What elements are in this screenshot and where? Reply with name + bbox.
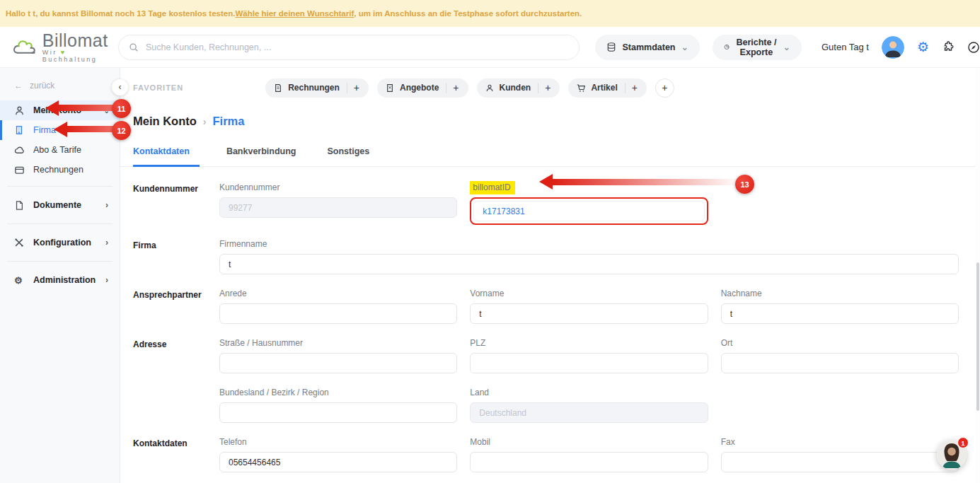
back-arrow-icon: ←	[14, 81, 23, 91]
sidebar-item-label: Rechnungen	[33, 165, 83, 175]
sidebar-collapse-button[interactable]: ‹	[112, 79, 128, 95]
greeting-text: Guten Tag t	[822, 42, 869, 52]
sidebar-item-mein-konto[interactable]: Mein Konto ⌄	[0, 100, 120, 120]
firmenname-input[interactable]	[219, 254, 959, 274]
main-content: FAVORITEN Rechnungen + Angebote + Kunden…	[120, 68, 980, 483]
sidebar-item-abo-tarife[interactable]: Abo & Tarife	[0, 140, 120, 160]
field-label-anrede: Anrede	[219, 289, 457, 298]
person-icon	[485, 83, 495, 93]
form-row-kundennummer: Kundennummer Kundennummer billomatID	[133, 182, 959, 225]
favorite-rechnungen-button[interactable]: Rechnungen +	[265, 78, 369, 98]
field-label-ort: Ort	[721, 338, 959, 348]
favorite-label: Angebote	[400, 83, 439, 93]
field-label-fax: Fax	[721, 437, 959, 447]
sidebar-item-administration[interactable]: ⚙ Administration ›	[0, 268, 120, 292]
tab-kontaktdaten[interactable]: Kontaktdaten	[133, 146, 200, 167]
telefon-input[interactable]	[219, 452, 457, 472]
favorite-label: Kunden	[500, 83, 531, 93]
section-label: Adresse	[133, 338, 219, 373]
tab-bar: Kontaktdaten Bankverbindung Sonstiges	[120, 146, 980, 167]
search-icon	[129, 42, 139, 52]
form-row-bundesland-land: Bundesland / Bezirk / Region Land	[133, 388, 959, 423]
add-favorite-plus[interactable]: +	[347, 82, 366, 93]
field-label-mobil: Mobil	[470, 437, 708, 447]
sidebar-divider	[7, 261, 113, 262]
favorite-label: Artikel	[591, 83, 617, 93]
add-favorite-plus[interactable]: +	[446, 82, 465, 93]
bundesland-input[interactable]	[219, 402, 457, 423]
berichte-exporte-button[interactable]: Berichte / Exporte ⌄	[713, 35, 802, 60]
cart-icon	[577, 83, 586, 93]
chevron-right-icon: ›	[105, 275, 108, 285]
billomat-id-highlight: billomatID	[470, 181, 514, 194]
billomat-logo[interactable]: Billomat Wir ♥ Buchhaltung	[13, 32, 113, 63]
scrollbar-track[interactable]	[976, 68, 980, 483]
field-label-vorname: Vorname	[470, 289, 708, 298]
favorite-kunden-button[interactable]: Kunden +	[477, 78, 560, 98]
favorite-angebote-button[interactable]: Angebote +	[377, 78, 468, 98]
billomat-id-input[interactable]	[473, 201, 704, 221]
building-icon	[14, 125, 25, 136]
favorite-artikel-button[interactable]: Artikel +	[568, 78, 647, 98]
section-label: Kundennummer	[133, 182, 219, 225]
company-form: Kundennummer Kundennummer billomatID Fir…	[120, 167, 980, 483]
chevron-right-icon: ›	[105, 238, 108, 248]
person-icon	[14, 105, 25, 116]
settings-gear-icon[interactable]: ⚙	[917, 40, 929, 54]
field-label-plz: PLZ	[470, 338, 708, 348]
scrollbar-thumb[interactable]	[976, 262, 979, 411]
breadcrumb: Mein Konto › Firma	[120, 115, 980, 128]
tab-sonstiges[interactable]: Sonstiges	[328, 146, 374, 167]
favorites-title: FAVORITEN	[133, 83, 183, 92]
stammdaten-button[interactable]: Stammdaten ⌄	[595, 35, 700, 60]
nachname-input[interactable]	[721, 303, 959, 324]
fax-input[interactable]	[721, 452, 959, 472]
add-new-favorite-button[interactable]: +	[655, 78, 674, 98]
strasse-input[interactable]	[219, 353, 457, 373]
field-label-firmenname: Firmenname	[219, 239, 959, 249]
search-input[interactable]	[146, 42, 570, 52]
form-row-ansprechpartner: Ansprechpartner Anrede Vorname Nachname	[133, 289, 959, 324]
mobil-input[interactable]	[470, 452, 708, 472]
sidebar-item-label: Abo & Tarife	[33, 145, 81, 155]
breadcrumb-separator: ›	[203, 116, 207, 127]
apps-puzzle-icon[interactable]	[942, 41, 955, 54]
sidebar-item-label: Administration	[33, 275, 96, 285]
document-icon	[14, 200, 25, 211]
section-label: Kontaktdaten	[133, 437, 219, 472]
sidebar-back-link[interactable]: ← zurück	[0, 81, 120, 91]
chevron-down-icon: ⌄	[104, 107, 110, 115]
trial-tariff-link[interactable]: Wähle hier deinen Wunschtarif	[235, 9, 354, 18]
logo-tagline: Wir ♥ Buchhaltung	[42, 49, 113, 63]
field-label-strasse: Straße / Hausnummer	[219, 338, 457, 348]
breadcrumb-mein-konto[interactable]: Mein Konto	[133, 115, 197, 128]
chat-widget-button[interactable]: 1	[937, 440, 967, 470]
field-label-kundennummer: Kundennummer	[219, 182, 457, 192]
anrede-input[interactable]	[219, 303, 457, 324]
tools-icon	[14, 238, 25, 248]
vorname-input[interactable]	[470, 303, 708, 324]
add-favorite-plus[interactable]: +	[538, 82, 557, 93]
kundennummer-input	[219, 197, 457, 218]
plz-input[interactable]	[470, 353, 708, 373]
sidebar-item-firma[interactable]: Firma	[0, 120, 120, 140]
sidebar-item-rechnungen[interactable]: Rechnungen	[0, 160, 120, 180]
ort-input[interactable]	[721, 353, 959, 373]
sidebar-item-dokumente[interactable]: Dokumente ›	[0, 193, 120, 217]
form-row-firma: Firma Firmenname	[133, 239, 959, 274]
sidebar-divider	[7, 186, 113, 187]
sidebar-item-konfiguration[interactable]: Konfiguration ›	[0, 231, 120, 255]
add-favorite-plus[interactable]: +	[626, 82, 644, 93]
tab-bankverbindung[interactable]: Bankverbindung	[226, 146, 301, 167]
stammdaten-label: Stammdaten	[622, 42, 675, 52]
pie-chart-icon	[724, 42, 730, 52]
trial-banner-text: Hallo t t, du kannst Billomat noch 13 Ta…	[6, 9, 235, 18]
chevron-down-icon: ⌄	[783, 42, 790, 52]
section-label: Firma	[133, 239, 219, 274]
user-avatar[interactable]	[882, 36, 904, 59]
field-label-bundesland: Bundesland / Bezirk / Region	[219, 388, 457, 397]
form-row-kontaktdaten: Kontaktdaten Telefon Mobil Fax	[133, 437, 959, 472]
chevron-right-icon: ›	[105, 200, 108, 210]
breadcrumb-firma: Firma	[213, 115, 245, 128]
compass-globe-icon[interactable]	[967, 41, 980, 54]
